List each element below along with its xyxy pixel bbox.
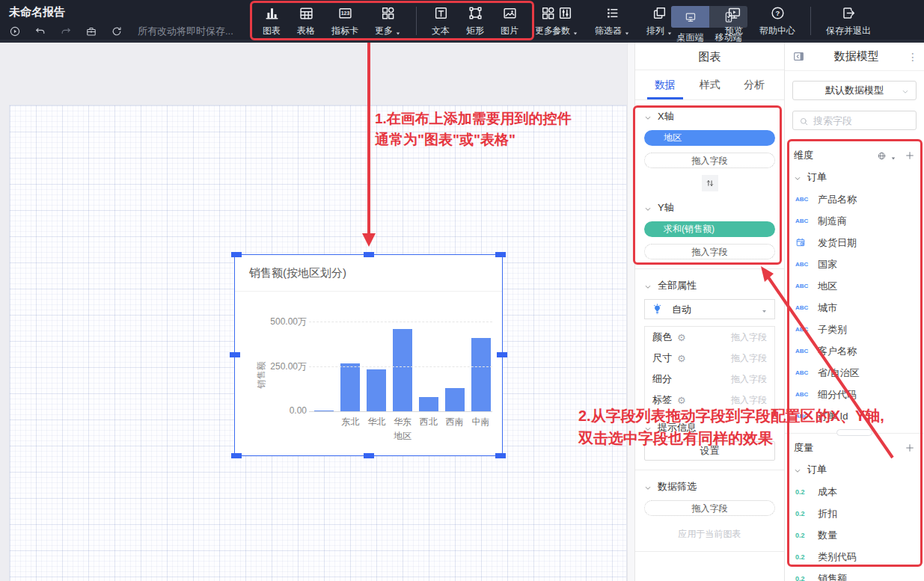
bar[interactable] <box>367 369 386 411</box>
field-name: 折扣 <box>818 507 837 520</box>
x-axis-section-header: X轴 <box>644 110 775 123</box>
refresh-button[interactable] <box>111 25 123 37</box>
gear-icon[interactable]: ⚙ <box>677 395 686 406</box>
resize-handle[interactable] <box>364 252 374 257</box>
field-item-产品名称[interactable]: ABC产品名称 <box>785 188 924 210</box>
resize-handle[interactable] <box>495 453 506 458</box>
field-item-国家[interactable]: ABC国家 <box>785 253 924 275</box>
field-name: 发货日期 <box>818 236 857 250</box>
collapse-panel-icon[interactable] <box>792 50 805 63</box>
field-item-子类别[interactable]: ABC子类别 <box>785 319 924 340</box>
desktop-view-toggle[interactable] <box>671 6 709 28</box>
data-model-name: 默认数据模型 <box>825 84 884 97</box>
tab-分析[interactable]: 分析 <box>732 70 777 99</box>
caret-down-icon <box>395 28 401 34</box>
preview-button[interactable]: 预览 <box>717 5 751 37</box>
gear-icon[interactable]: ⚙ <box>677 332 686 343</box>
attribute-mode-select[interactable]: 自动 <box>644 299 775 319</box>
resize-handle[interactable] <box>836 429 872 436</box>
attribute-drop-zone[interactable]: 拖入字段 <box>731 331 767 344</box>
swap-axes-button[interactable] <box>702 175 718 191</box>
resize-handle[interactable] <box>230 352 240 357</box>
chevron-down-icon <box>794 466 801 473</box>
redo-button[interactable] <box>60 25 72 37</box>
field-name: 销售额 <box>818 572 847 581</box>
bar[interactable] <box>419 397 438 411</box>
canvas-area[interactable]: 销售额(按地区划分) 销售额 东北华北华东西北西南中南 地区 500.00万25… <box>0 43 627 581</box>
field-item-类别代码[interactable]: 0.2类别代码 <box>785 546 924 568</box>
attribute-drop-zone[interactable]: 拖入字段 <box>731 352 767 365</box>
field-item-地区[interactable]: ABC地区 <box>785 275 924 297</box>
field-item-发货日期[interactable]: 发货日期 <box>785 232 924 253</box>
bar[interactable] <box>340 363 360 411</box>
attribute-drop-zone[interactable]: 拖入字段 <box>731 373 767 386</box>
history-button[interactable] <box>9 25 21 37</box>
field-name: 子类别 <box>818 323 847 336</box>
add-measure-icon[interactable] <box>905 443 915 453</box>
canvas-scrollbar[interactable] <box>627 43 634 581</box>
gear-icon[interactable]: ⚙ <box>677 353 686 364</box>
field-item-销售额[interactable]: 0.2销售额 <box>785 568 924 581</box>
resize-handle[interactable] <box>231 453 242 458</box>
field-item-省/自治区[interactable]: ABC省/自治区 <box>785 362 924 384</box>
add-text-button[interactable]: 文本 <box>423 5 458 37</box>
field-item-数量[interactable]: 0.2数量 <box>785 524 924 546</box>
filter-apply-hint: 应用于当前图表 <box>644 528 775 541</box>
params-icon <box>557 5 573 21</box>
add-table-button[interactable]: 表格 <box>289 5 323 37</box>
report-title-block: 未命名报告 所有改动将即时保存... <box>9 5 233 38</box>
field-item-客户名称[interactable]: ABC客户名称 <box>785 340 924 362</box>
bar[interactable] <box>471 338 491 411</box>
add-dimension-icon[interactable] <box>905 150 915 161</box>
globe-icon[interactable] <box>877 151 887 161</box>
tab-样式[interactable]: 样式 <box>688 70 732 99</box>
filter-drop-zone[interactable]: 拖入字段 <box>644 500 775 516</box>
resize-handle[interactable] <box>495 252 506 257</box>
field-name: 产品名称 <box>818 193 857 206</box>
section-divider <box>635 470 784 470</box>
chart-title: 销售额(按地区划分) <box>249 266 346 280</box>
data-model-select[interactable]: 默认数据模型 <box>792 81 917 100</box>
bar[interactable] <box>314 411 334 411</box>
section-divider <box>635 551 784 552</box>
report-title[interactable]: 未命名报告 <box>9 5 233 19</box>
chart-widget[interactable]: 销售额(按地区划分) 销售额 东北华北华东西北西南中南 地区 500.00万25… <box>234 254 503 456</box>
tooltip-settings-button[interactable]: 设置 <box>644 441 775 461</box>
monitor-icon <box>684 10 697 24</box>
parameters-button[interactable]: 参数 <box>544 5 587 37</box>
add-chart-button[interactable]: 图表 <box>254 5 289 37</box>
add-image-button[interactable]: 图片 <box>492 5 527 37</box>
x-axis-field-pill[interactable]: 地区 <box>644 130 775 146</box>
field-item-成本[interactable]: 0.2成本 <box>785 481 924 502</box>
field-item-城市[interactable]: ABC城市 <box>785 297 924 319</box>
field-item-细分代码[interactable]: ABC细分代码 <box>785 384 924 405</box>
attribute-drop-zone[interactable]: 拖入字段 <box>731 394 767 407</box>
add-rectangle-button[interactable]: 矩形 <box>458 5 492 37</box>
svg-text:123: 123 <box>340 10 349 16</box>
filters-button[interactable]: 筛选器 <box>587 5 638 37</box>
field-search-input[interactable] <box>813 115 910 126</box>
more-widgets-button[interactable]: 更多 <box>367 5 409 37</box>
caret-down-icon[interactable] <box>890 153 896 159</box>
panel-menu-icon[interactable]: ⋮ <box>908 51 917 63</box>
bar[interactable] <box>445 388 465 411</box>
add-kpi-card-button[interactable]: 123指标卡 <box>323 5 367 37</box>
save-exit-button[interactable]: 保存并退出 <box>818 5 879 37</box>
tab-数据[interactable]: 数据 <box>643 70 688 99</box>
y-axis-drop-zone[interactable]: 拖入字段 <box>644 244 775 259</box>
help-center-button[interactable]: ?帮助中心 <box>751 5 804 37</box>
resize-handle[interactable] <box>231 252 242 257</box>
abc-field-icon: ABC <box>795 304 812 311</box>
measures-group[interactable]: 订单 <box>785 458 924 481</box>
resize-handle[interactable] <box>497 352 507 357</box>
field-item-折扣[interactable]: 0.2折扣 <box>785 502 924 524</box>
field-item-订单 Id[interactable]: ABC订单 Id <box>785 405 924 427</box>
bar[interactable] <box>393 329 412 411</box>
x-axis-drop-zone[interactable]: 拖入字段 <box>644 153 775 168</box>
resize-handle[interactable] <box>364 453 374 458</box>
toolbox-button[interactable] <box>85 25 97 37</box>
y-axis-field-pill[interactable]: 求和(销售额) <box>644 221 775 237</box>
dimensions-group[interactable]: 订单 <box>785 166 924 188</box>
undo-button[interactable] <box>34 25 46 37</box>
field-item-制造商[interactable]: ABC制造商 <box>785 210 924 232</box>
